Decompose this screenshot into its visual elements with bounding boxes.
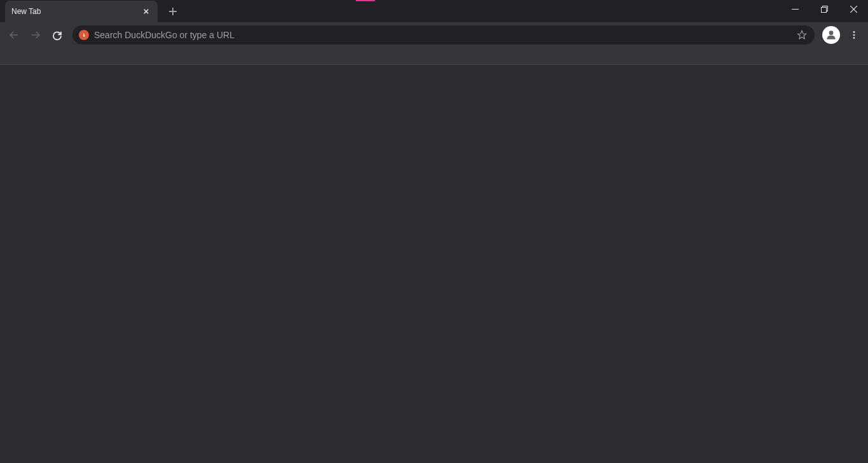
- svg-rect-5: [821, 7, 826, 12]
- tab-title: New Tab: [11, 7, 141, 16]
- svg-point-14: [853, 31, 855, 33]
- svg-point-13: [829, 31, 834, 35]
- bookmark-button[interactable]: [796, 29, 808, 41]
- bookmarks-bar-area: [0, 48, 868, 65]
- star-icon: [797, 30, 807, 40]
- close-icon: [144, 9, 149, 14]
- minimize-button[interactable]: [780, 0, 810, 18]
- svg-point-15: [853, 34, 855, 36]
- search-engine-icon: [79, 30, 89, 40]
- window-controls: [780, 0, 868, 22]
- svg-point-11: [84, 34, 85, 35]
- minimize-icon: [792, 6, 799, 13]
- close-tab-button[interactable]: [141, 6, 151, 17]
- arrow-left-icon: [8, 29, 20, 41]
- address-bar[interactable]: [72, 25, 815, 45]
- svg-marker-12: [797, 31, 806, 39]
- duckduckgo-icon: [81, 32, 87, 38]
- svg-point-16: [853, 37, 855, 39]
- toolbar: [0, 22, 868, 48]
- page-content: [0, 65, 868, 463]
- top-accent-indicator: [356, 0, 375, 1]
- maximize-button[interactable]: [810, 0, 839, 18]
- title-bar: New Tab: [0, 0, 868, 22]
- reload-button[interactable]: [47, 25, 67, 45]
- close-window-button[interactable]: [839, 0, 868, 18]
- kebab-menu-icon: [849, 30, 859, 40]
- profile-button[interactable]: [822, 26, 840, 44]
- reload-icon: [51, 29, 63, 41]
- close-icon: [850, 6, 857, 13]
- forward-button[interactable]: [25, 25, 46, 45]
- person-icon: [825, 29, 837, 41]
- menu-button[interactable]: [844, 25, 864, 45]
- omnibox-input[interactable]: [94, 30, 790, 40]
- plus-icon: [169, 8, 177, 15]
- browser-tab[interactable]: New Tab: [5, 1, 158, 22]
- maximize-icon: [821, 6, 828, 13]
- new-tab-button[interactable]: [164, 3, 182, 20]
- back-button[interactable]: [4, 25, 24, 45]
- arrow-right-icon: [30, 29, 41, 41]
